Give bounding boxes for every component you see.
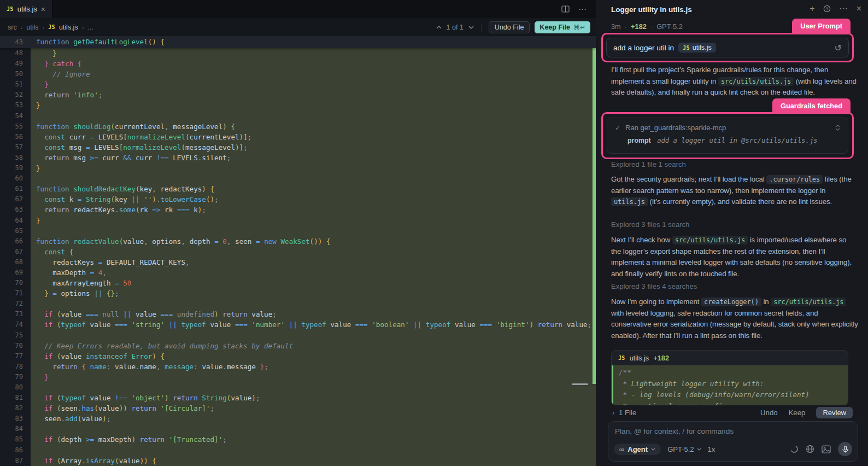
files-toggle[interactable]: › 1 File xyxy=(612,409,636,417)
code-text: return { name: value.name, message: valu… xyxy=(31,362,596,372)
code-line: 49 } catch { xyxy=(0,59,596,69)
model-label: GPT-5.2 xyxy=(667,445,694,453)
attach-image-icon[interactable] xyxy=(822,445,831,453)
prev-change-icon[interactable] xyxy=(436,26,442,29)
chat-input-box[interactable]: Plan, @ for context, / for commands ∞ Ag… xyxy=(608,421,858,462)
breadcrumb-utils[interactable]: utils xyxy=(26,24,38,31)
model-name: GPT-5.2 xyxy=(656,22,683,31)
chat-input-placeholder: Plan, @ for context, / for commands xyxy=(615,427,851,435)
restore-checkpoint-icon[interactable]: ↺ xyxy=(835,43,842,53)
chevron-right-icon: › xyxy=(82,24,84,31)
split-editor-icon[interactable] xyxy=(561,5,570,13)
line-number: 59 xyxy=(0,163,31,173)
line-number: 86 xyxy=(0,445,31,456)
edited-file-card[interactable]: JS utils.js +182 /** * Lightweight logge… xyxy=(611,350,848,406)
prompt-text: add a logger util in xyxy=(613,44,674,52)
code-text: const k = String(key || '').toLowerCase(… xyxy=(31,194,596,205)
line-number: 52 xyxy=(0,90,31,100)
line-number: 79 xyxy=(0,372,31,382)
tab-label: utils.js xyxy=(17,5,37,13)
model-selector[interactable]: GPT-5.2 xyxy=(667,445,701,453)
code-line: 82 if (seen.has(value)) return '[Circula… xyxy=(0,403,596,413)
undo-file-button[interactable]: Undo File xyxy=(489,21,530,33)
chat-meta: 3m · +182 · GPT-5.2 xyxy=(611,22,683,31)
code-line: 65 xyxy=(0,226,596,236)
editor-more-icon[interactable]: ⋯ xyxy=(578,4,587,14)
user-prompt-message[interactable]: add a logger util in JS utils.js ↺ xyxy=(606,38,849,57)
agent-mode-selector[interactable]: ∞ Agent xyxy=(614,444,661,455)
code-text: } xyxy=(31,372,596,382)
app-window: JS utils.js × ⋯ src › utils › JS utils.j… xyxy=(0,0,868,466)
breadcrumb-symbol[interactable]: ... xyxy=(87,24,93,31)
code-text xyxy=(31,299,596,309)
code-line: 57 const msg = LEVELS[normalizeLevel(mes… xyxy=(0,142,596,153)
code-text: function shouldLog(currentLevel, message… xyxy=(31,121,596,132)
expand-collapse-icon[interactable] xyxy=(835,125,840,131)
line-number: 53 xyxy=(0,100,31,110)
keep-file-button[interactable]: Keep File ⌘↵ xyxy=(535,21,590,33)
line-number: 67 xyxy=(0,247,31,257)
code-line: 79 } xyxy=(0,372,596,382)
code-text: if (typeof value === 'string' || typeof … xyxy=(31,319,596,330)
code-text: const { xyxy=(31,247,596,257)
keep-file-label: Keep File xyxy=(539,24,570,31)
undo-all-button[interactable]: Undo xyxy=(760,409,778,417)
chat-title: Logger utility in utils.js xyxy=(611,5,692,14)
divider xyxy=(481,23,482,32)
code-line: 71 } = options || {}; xyxy=(0,288,596,299)
file-context-chip[interactable]: JS utils.js xyxy=(678,43,716,53)
code-text: const curr = LEVELS[normalizeLevel(curre… xyxy=(31,132,596,142)
web-search-icon[interactable] xyxy=(806,445,814,453)
explored-status[interactable]: Explored 1 file 1 search xyxy=(611,160,686,168)
code-text: } = options || {}; xyxy=(31,288,596,299)
code-text: return msg >= curr && curr !== LEVELS.si… xyxy=(31,153,596,163)
change-counter: 1 of 1 xyxy=(447,24,464,31)
code-text: redactKeys = DEFAULT_REDACT_KEYS, xyxy=(31,257,596,267)
code-text: if (typeof value !== 'object') return St… xyxy=(31,393,596,403)
code-line: 69 maxDepth = 4, xyxy=(0,267,596,278)
new-chat-icon[interactable]: + xyxy=(810,4,814,13)
speed-multiplier[interactable]: 1x xyxy=(708,445,715,453)
breadcrumb-file[interactable]: utils.js xyxy=(59,24,78,31)
keep-all-button[interactable]: Keep xyxy=(789,409,806,417)
chip-filename: utils.js xyxy=(693,44,712,51)
code-text: function redactValue(value, options, dep… xyxy=(31,236,596,247)
code-line: 85 if (depth >= maxDepth) return '[Trunc… xyxy=(0,434,596,445)
assistant-paragraph: Next I’ll check how src/utils/utils.js i… xyxy=(611,235,858,280)
files-count: 1 File xyxy=(619,409,636,417)
line-number: 43 xyxy=(0,36,31,48)
line-number: 56 xyxy=(0,132,31,142)
line-number: 57 xyxy=(0,142,31,153)
breadcrumb[interactable]: src › utils › JS utils.js › ... xyxy=(8,24,93,31)
explored-status[interactable]: Explored 3 files 4 searches xyxy=(611,282,697,290)
elapsed-time: 3m xyxy=(611,22,621,31)
code-text: } xyxy=(31,79,596,90)
assistant-paragraph: Now I’m going to implement createLogger(… xyxy=(611,296,858,342)
code-line: 84 xyxy=(0,424,596,434)
code-line: 60 xyxy=(0,173,596,184)
code-text: function shouldRedactKey(key, redactKeys… xyxy=(31,184,596,194)
history-icon[interactable] xyxy=(823,5,831,13)
chat-more-icon[interactable]: ⋯ xyxy=(839,4,848,13)
code-line: 52 return 'info'; xyxy=(0,90,596,100)
explored-status[interactable]: Explored 3 files 1 search xyxy=(611,220,689,229)
inline-code: src/utils/utils.js xyxy=(771,298,846,306)
line-number: 71 xyxy=(0,288,31,299)
line-number: 55 xyxy=(0,121,31,132)
tab-utils-js[interactable]: JS utils.js × xyxy=(0,0,52,18)
review-button[interactable]: Review xyxy=(816,407,853,418)
tool-call-card[interactable]: ✓ Ran get_guardrails:sparkle-mcp prompt … xyxy=(607,118,848,154)
code-text: maxArrayLength = 50 xyxy=(31,278,596,288)
assistant-paragraph: Got the security guardrails; next I’ll l… xyxy=(611,174,858,208)
next-change-icon[interactable] xyxy=(468,26,474,29)
code-text xyxy=(31,424,596,434)
scrollbar-thumb[interactable] xyxy=(572,383,588,385)
code-line: 86 xyxy=(0,445,596,456)
code-editor-content[interactable]: 48 }49 } catch {50 // Ignore51 }52 retur… xyxy=(0,48,596,466)
inline-code: src/utils/utils.js xyxy=(718,77,794,86)
breadcrumb-src[interactable]: src xyxy=(8,24,17,31)
close-tab-icon[interactable]: × xyxy=(41,5,45,13)
voice-input-button[interactable] xyxy=(838,442,852,456)
line-number: 75 xyxy=(0,330,31,341)
close-panel-icon[interactable]: × xyxy=(857,4,861,13)
